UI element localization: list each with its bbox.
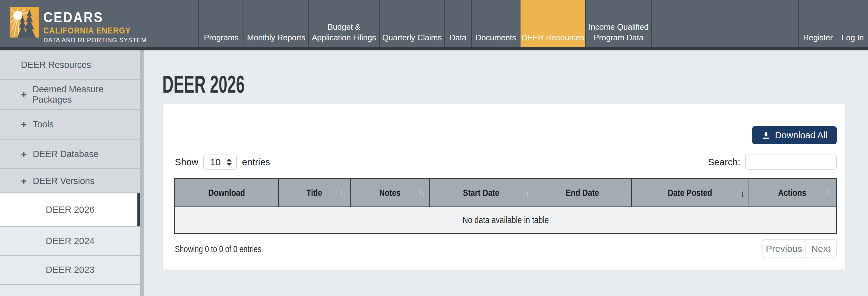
- sidebar-item-deer-versions[interactable]: + DEER Versions: [0, 169, 140, 193]
- column-header-end-date[interactable]: End Date ↑↓: [533, 179, 632, 207]
- sort-icon: ↑↓: [621, 189, 628, 197]
- column-label: Notes: [379, 187, 400, 198]
- brand-tagline-1: CALIFORNIA ENERGY: [43, 26, 143, 35]
- documents-table: Download ↑↓ Title ↑↓ Notes ↑↓ Start Da: [174, 178, 837, 234]
- entries-label: entries: [242, 157, 270, 167]
- nav-item-label: Data: [450, 32, 466, 43]
- search-input[interactable]: [745, 155, 837, 169]
- empty-message: No data available in table: [462, 215, 549, 225]
- nav-item-label: Quarterly Claims: [382, 32, 441, 43]
- nav-item-label: Documents: [475, 32, 516, 43]
- sidebar-item-partial: [0, 285, 140, 291]
- column-label: Download: [208, 187, 245, 198]
- sort-icon: ↑↓: [339, 189, 347, 197]
- nav-item-label: Monthly Reports: [247, 32, 305, 43]
- previous-page-button[interactable]: Previous: [763, 240, 806, 258]
- nav-item-budget-application-filings[interactable]: Budget & Application Filings: [308, 0, 379, 47]
- table-header-row: Download ↑↓ Title ↑↓ Notes ↑↓ Start Da: [175, 179, 836, 207]
- search-control: Search:: [708, 155, 837, 169]
- plus-icon: +: [21, 118, 28, 130]
- cedars-logo-icon: [10, 7, 39, 37]
- sort-icon: ↑↓: [268, 189, 275, 197]
- column-header-date-posted[interactable]: Date Posted ↑↓: [632, 179, 748, 207]
- column-label: Date Posted: [668, 187, 712, 198]
- table-summary: Showing 0 to 0 of 0 entries: [175, 244, 261, 254]
- nav-item-label: Budget & Application Filings: [311, 22, 377, 43]
- sidebar-item-label: DEER 2024: [45, 236, 95, 246]
- sidebar-item-label: DEER Resources: [21, 60, 91, 70]
- sidebar-item-deer-2023[interactable]: DEER 2023: [0, 255, 140, 285]
- page-length-control: Show 10 entries: [175, 155, 270, 169]
- nav-item-monthly-reports[interactable]: Monthly Reports: [244, 0, 308, 47]
- header-bottom-strip: [0, 47, 868, 50]
- column-header-notes[interactable]: Notes ↑↓: [350, 179, 429, 207]
- nav-item-label: Programs: [204, 32, 239, 43]
- sidebar-item-label: DEER 2023: [45, 264, 95, 275]
- sidebar-item-label: Deemed Measure Packages: [32, 84, 140, 105]
- sidebar-item-tools[interactable]: + Tools: [0, 110, 140, 139]
- empty-table-row: No data available in table: [175, 207, 836, 234]
- column-header-download[interactable]: Download ↑↓: [175, 179, 279, 207]
- download-all-button[interactable]: Download All: [752, 126, 837, 144]
- column-label: Title: [307, 187, 322, 198]
- search-label: Search:: [708, 157, 740, 167]
- sort-icon: ↑↓: [737, 189, 745, 197]
- nav-item-label: DEER Resources: [521, 32, 584, 43]
- download-icon: [762, 131, 771, 140]
- register-link[interactable]: Register: [798, 0, 837, 47]
- nav-item-data[interactable]: Data: [444, 0, 471, 47]
- header: CEDARS CALIFORNIA ENERGY DATA AND REPORT…: [0, 0, 868, 47]
- sidebar-item-deemed-measure-packages[interactable]: + Deemed Measure Packages: [0, 80, 140, 110]
- sort-icon: ↑↓: [826, 189, 833, 197]
- spinner-arrows-icon: [226, 159, 232, 166]
- brand[interactable]: CEDARS CALIFORNIA ENERGY DATA AND REPORT…: [0, 0, 198, 47]
- nav-item-quarterly-claims[interactable]: Quarterly Claims: [379, 0, 444, 47]
- nav-item-programs[interactable]: Programs: [198, 0, 244, 47]
- brand-tagline-2: DATA AND REPORTING SYSTEM: [43, 36, 147, 44]
- login-label: Log In: [841, 32, 864, 43]
- column-label: Actions: [778, 187, 806, 198]
- sidebar-item-label: DEER Versions: [33, 176, 94, 186]
- nav-item-income-qualified-program-data[interactable]: Income Qualified Program Data: [585, 0, 651, 47]
- sidebar-item-label: DEER 2026: [45, 204, 95, 215]
- sidebar-item-deer-2024[interactable]: DEER 2024: [0, 227, 140, 255]
- main-content: DEER 2026 Download All Show 10 e: [144, 50, 868, 296]
- register-label: Register: [803, 32, 833, 43]
- nav-spacer: [651, 0, 798, 47]
- column-header-start-date[interactable]: Start Date ↑↓: [429, 179, 533, 207]
- plus-icon: +: [21, 89, 28, 101]
- nav-item-deer-resources[interactable]: DEER Resources: [520, 0, 585, 47]
- sidebar: DEER Resources + Deemed Measure Packages…: [0, 50, 144, 296]
- primary-nav: Programs Monthly Reports Budget & Applic…: [198, 0, 868, 47]
- show-label: Show: [175, 157, 198, 167]
- login-link[interactable]: Log In: [837, 0, 868, 47]
- empty-message-cell: No data available in table: [175, 207, 836, 234]
- plus-icon: +: [21, 175, 28, 187]
- sidebar-item-deer-2026[interactable]: DEER 2026: [0, 193, 140, 227]
- page-title: DEER 2026: [162, 69, 614, 100]
- sidebar-item-label: DEER Database: [33, 149, 98, 159]
- sort-icon: ↑↓: [418, 189, 426, 197]
- column-label: Start Date: [463, 187, 499, 198]
- column-label: End Date: [566, 187, 599, 198]
- sidebar-item-deer-resources[interactable]: DEER Resources: [0, 50, 140, 80]
- pagination: Previous Next: [763, 239, 837, 258]
- sort-icon: ↑↓: [522, 189, 530, 197]
- next-page-button[interactable]: Next: [806, 240, 836, 258]
- column-header-title[interactable]: Title ↑↓: [279, 179, 350, 207]
- sidebar-item-deer-database[interactable]: + DEER Database: [0, 139, 140, 169]
- column-header-actions[interactable]: Actions ↑↓: [748, 179, 836, 207]
- brand-text: CEDARS CALIFORNIA ENERGY DATA AND REPORT…: [43, 10, 152, 44]
- sidebar-item-label: Tools: [33, 119, 54, 130]
- page-size-select[interactable]: 10: [203, 155, 237, 169]
- download-all-label: Download All: [775, 130, 828, 140]
- content-card: Download All Show 10 entries Search:: [163, 104, 845, 270]
- nav-item-label: Income Qualified Program Data: [588, 22, 649, 43]
- nav-item-documents[interactable]: Documents: [471, 0, 520, 47]
- plus-icon: +: [21, 148, 28, 160]
- brand-name: CEDARS: [43, 10, 139, 24]
- page-size-value: 10: [210, 157, 220, 167]
